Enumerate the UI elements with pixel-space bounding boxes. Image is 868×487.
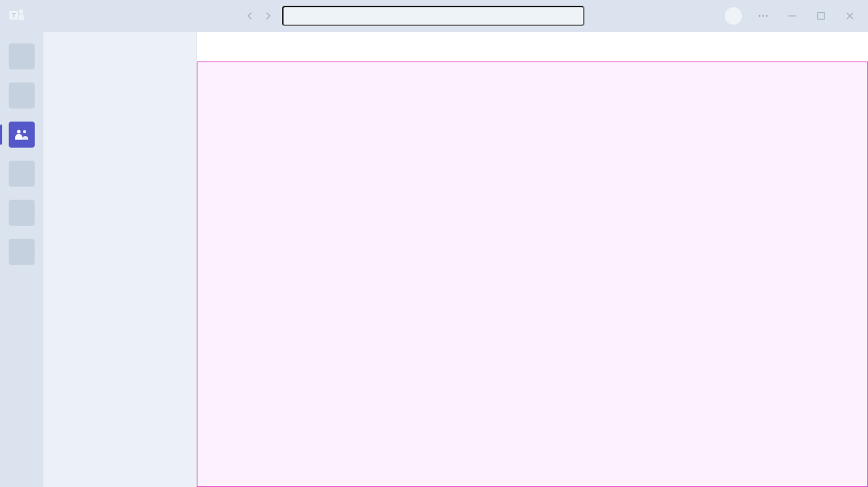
search-input[interactable] xyxy=(282,6,584,26)
svg-rect-8 xyxy=(818,13,825,20)
svg-point-6 xyxy=(766,15,767,17)
minimize-button[interactable] xyxy=(780,6,804,26)
more-button[interactable] xyxy=(751,6,775,26)
maximize-button[interactable] xyxy=(809,6,833,26)
highlight-region xyxy=(197,62,868,487)
rail-calendar[interactable] xyxy=(9,161,35,187)
rail-files[interactable] xyxy=(9,239,35,265)
secondary-panel xyxy=(43,32,197,487)
nav-back-button[interactable] xyxy=(243,9,256,22)
svg-point-1 xyxy=(19,9,23,14)
nav-forward-button[interactable] xyxy=(262,9,275,22)
svg-point-4 xyxy=(759,15,760,17)
svg-point-10 xyxy=(23,130,26,133)
close-button[interactable] xyxy=(838,6,862,26)
teams-logo-icon: T xyxy=(7,7,27,25)
rail-activity[interactable] xyxy=(9,43,35,69)
rail-calls[interactable] xyxy=(9,200,35,226)
avatar[interactable] xyxy=(725,7,742,25)
svg-point-5 xyxy=(762,15,764,17)
svg-point-9 xyxy=(17,130,21,134)
svg-rect-2 xyxy=(19,14,24,20)
teams-icon xyxy=(14,129,29,140)
titlebar: T xyxy=(0,0,868,32)
app-rail xyxy=(0,32,43,487)
rail-chat[interactable] xyxy=(9,82,35,109)
rail-teams[interactable] xyxy=(9,122,35,148)
svg-text:T: T xyxy=(12,12,16,19)
content-area xyxy=(197,32,868,487)
